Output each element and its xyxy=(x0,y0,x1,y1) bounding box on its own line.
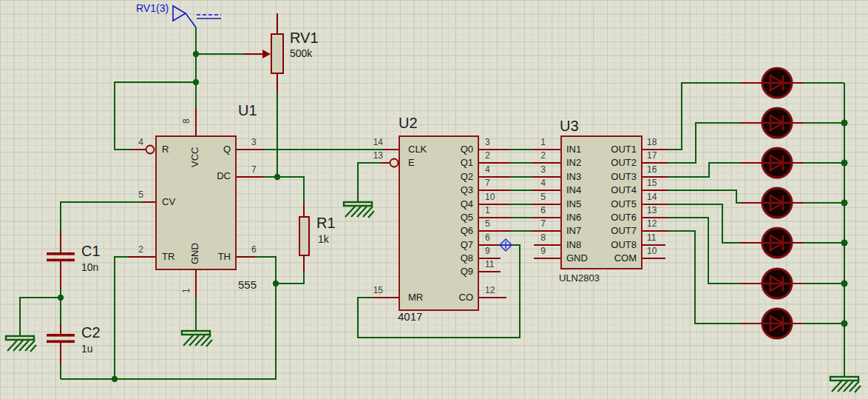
c1-ref[interactable]: C1 xyxy=(81,244,101,259)
u3-pin-number: 4 xyxy=(525,178,546,188)
r1-ref[interactable]: R1 xyxy=(316,215,336,231)
schematic-canvas[interactable]: U1 555 U2 4017 U3 ULN2803 RV1 500k R1 1k… xyxy=(0,0,868,399)
u2-pin-number: 15 xyxy=(362,286,383,295)
u1-pin-number: 7 xyxy=(251,165,257,175)
u3-pin-label: OUT1 xyxy=(585,144,637,155)
u2-pin-label: Q3 xyxy=(436,184,473,195)
ground-symbol[interactable] xyxy=(830,377,861,392)
r1-resistor-body[interactable] xyxy=(299,216,310,256)
u1-pin-label: CV xyxy=(162,196,175,207)
c2-ref[interactable]: C2 xyxy=(81,325,101,341)
u1-pin-number: 4 xyxy=(123,138,143,147)
u3-pin-label: OUT2 xyxy=(585,157,637,168)
u3-pin-label: OUT4 xyxy=(585,184,637,195)
u3-pin-label: OUT3 xyxy=(585,171,637,182)
c2-value[interactable]: 1u xyxy=(81,343,93,355)
u2-pin-label: Q4 xyxy=(436,198,473,209)
u1-pin-number: 3 xyxy=(251,138,257,147)
u1-reset-bubble-icon xyxy=(146,146,155,154)
u2-pin-number: 11 xyxy=(485,260,494,269)
u2-part[interactable]: 4017 xyxy=(398,311,422,322)
u1-part[interactable]: 555 xyxy=(238,279,257,290)
led-5[interactable] xyxy=(762,228,792,258)
ground-symbol[interactable] xyxy=(344,202,374,218)
wire-c1-c2-ground[interactable] xyxy=(20,289,61,336)
u3-pin-number: 17 xyxy=(647,151,657,161)
u1-pin-label: TR xyxy=(162,251,174,262)
u3-pin-number: 1 xyxy=(525,138,546,147)
c1-value[interactable]: 10n xyxy=(81,262,98,273)
led-1[interactable] xyxy=(762,68,792,98)
u1-pin-label: Q xyxy=(201,144,231,155)
u3-pin-number: 16 xyxy=(647,165,657,175)
u2-pin-number: 2 xyxy=(485,151,490,161)
u2-pin-number: 14 xyxy=(362,138,383,147)
ground-symbol[interactable] xyxy=(6,336,36,352)
u2-pin-number: 5 xyxy=(485,219,490,229)
u3-pin-label: IN8 xyxy=(566,239,581,250)
u3-ref[interactable]: U3 xyxy=(560,118,579,134)
u2-pin-number: 9 xyxy=(485,247,490,256)
u3-pin-number: 14 xyxy=(647,192,657,202)
u1-pin-label: R xyxy=(162,144,169,155)
u1-ref[interactable]: U1 xyxy=(238,103,257,118)
u2-pin-label: E xyxy=(408,157,415,168)
u3-pin-number: 18 xyxy=(647,138,657,147)
u3-pin-label: IN7 xyxy=(566,225,581,236)
u2-pin-label: Q7 xyxy=(436,239,473,250)
u1-pin-number: 6 xyxy=(251,245,257,255)
u3-pin-label: OUT8 xyxy=(585,239,637,250)
wire-threshold-net[interactable] xyxy=(61,257,304,379)
u1-pin-label: TH xyxy=(201,251,231,262)
led-3[interactable] xyxy=(762,148,792,178)
u1-pin-number: 5 xyxy=(123,190,143,200)
rv1-ref[interactable]: RV1 xyxy=(290,30,319,46)
wire-rv1-to-discharge[interactable] xyxy=(264,93,304,204)
led-4[interactable] xyxy=(762,188,792,218)
u3-pin-label: IN4 xyxy=(566,184,581,195)
u3-pin-number: 10 xyxy=(647,247,657,256)
wire-enable-ground[interactable] xyxy=(358,163,382,202)
u3-pin-number: 8 xyxy=(525,233,546,243)
probe-label[interactable]: RV1(3) xyxy=(136,2,169,14)
u2-pin-number: 7 xyxy=(485,178,490,188)
u3-pin-label: IN5 xyxy=(566,198,581,209)
u3-pin-number: 12 xyxy=(647,219,657,229)
led-2[interactable] xyxy=(762,108,792,138)
u1-pin-number: 2 xyxy=(123,245,143,255)
u2-pin-label: Q6 xyxy=(436,225,473,236)
u1-pin-label: VCC xyxy=(189,147,200,167)
wire-reset-net[interactable] xyxy=(115,27,244,150)
wire-led-bus[interactable] xyxy=(804,83,844,377)
rv1-potentiometer-body[interactable] xyxy=(271,33,284,74)
u2-pin-number: 4 xyxy=(485,165,490,175)
u3-pin-number: 6 xyxy=(525,206,546,215)
u2-pin-label: Q0 xyxy=(436,144,473,155)
u3-pin-label: IN6 xyxy=(566,212,581,223)
u2-pin-number: 6 xyxy=(485,233,490,243)
u3-pin-number: 7 xyxy=(525,219,546,229)
rv1-value[interactable]: 500k xyxy=(290,48,312,59)
u3-pin-number: 5 xyxy=(525,192,546,202)
u1-pin-number: 8 xyxy=(182,118,191,124)
voltage-probe-icon[interactable] xyxy=(173,6,221,27)
u3-pin-number: 11 xyxy=(647,233,656,243)
ground-symbol[interactable] xyxy=(182,331,212,346)
u3-pin-label: IN1 xyxy=(566,144,581,155)
r1-value[interactable]: 1k xyxy=(318,234,329,245)
u2-pin-label: Q1 xyxy=(436,157,473,168)
u3-pin-label: OUT6 xyxy=(585,212,637,223)
u3-pin-label: OUT5 xyxy=(585,198,637,209)
u2-pin-number: 10 xyxy=(485,192,495,202)
u3-part[interactable]: ULN2803 xyxy=(559,272,600,284)
u2-pin-label: Q8 xyxy=(436,252,473,264)
u3-pin-number: 13 xyxy=(647,206,657,215)
wire-cv-to-c1[interactable] xyxy=(61,202,142,230)
u2-pin-number: 12 xyxy=(485,286,495,295)
led-6[interactable] xyxy=(762,269,792,298)
u2-pin-label: CO xyxy=(436,292,473,303)
u3-pin-number: 2 xyxy=(525,151,546,161)
u2-ref[interactable]: U2 xyxy=(399,115,418,131)
wire-out-to-led-routes[interactable] xyxy=(666,83,741,323)
led-7[interactable] xyxy=(762,309,792,338)
